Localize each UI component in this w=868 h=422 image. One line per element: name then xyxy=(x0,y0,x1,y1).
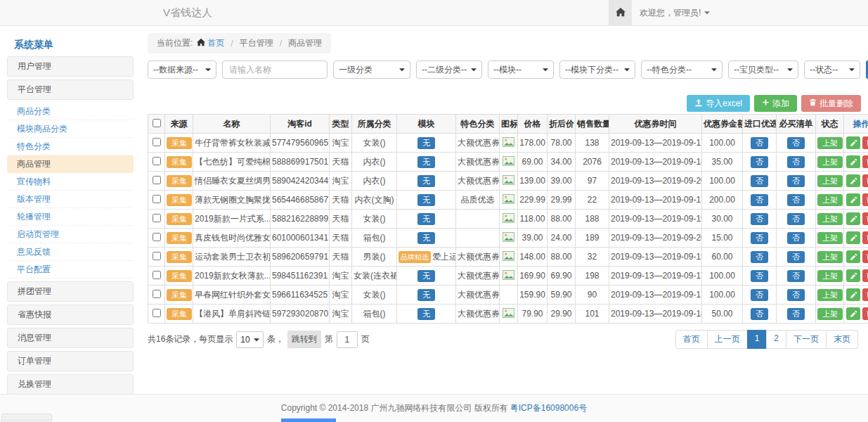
delete-button[interactable] xyxy=(862,136,868,149)
row-checkbox[interactable] xyxy=(153,195,161,203)
status-badge[interactable]: 上架 xyxy=(817,175,843,187)
edit-button[interactable] xyxy=(846,136,860,149)
import-select-toggle[interactable]: 否 xyxy=(751,175,768,187)
status-badge[interactable]: 上架 xyxy=(817,194,843,206)
import-select-toggle[interactable]: 否 xyxy=(751,251,768,263)
icp-link[interactable]: 粤ICP备16098006号 xyxy=(510,402,587,414)
must-buy-toggle[interactable]: 否 xyxy=(787,289,805,301)
sidebar-item-商品管理[interactable]: 商品管理 xyxy=(7,155,134,173)
status-select[interactable]: --状态-- xyxy=(804,60,860,79)
sidebar-item-平台管理[interactable]: 平台管理 xyxy=(7,79,134,100)
jump-button[interactable]: 跳转到 xyxy=(287,331,321,348)
edit-button[interactable] xyxy=(846,288,860,301)
edit-button[interactable] xyxy=(846,307,860,320)
must-buy-toggle[interactable]: 否 xyxy=(787,175,805,187)
must-buy-toggle[interactable]: 否 xyxy=(787,156,805,168)
sidebar-item-意见反馈[interactable]: 意见反馈 xyxy=(7,243,134,261)
select-all-checkbox[interactable] xyxy=(153,119,161,127)
import-select-toggle[interactable]: 否 xyxy=(751,156,768,168)
sidebar-item-平台配置[interactable]: 平台配置 xyxy=(7,261,134,279)
sidebar-item-省惠快报[interactable]: 省惠快报 xyxy=(7,305,134,325)
sidebar-item-商品分类[interactable]: 商品分类 xyxy=(7,103,134,120)
edit-button[interactable] xyxy=(846,174,860,187)
must-buy-toggle[interactable]: 否 xyxy=(787,270,805,282)
status-badge[interactable]: 上架 xyxy=(817,289,843,301)
import-select-toggle[interactable]: 否 xyxy=(751,232,768,244)
row-checkbox[interactable] xyxy=(153,176,161,184)
add-button[interactable]: 添加 xyxy=(754,95,797,112)
sidebar-item-拼团管理[interactable]: 拼团管理 xyxy=(7,281,134,302)
row-checkbox[interactable] xyxy=(153,157,161,165)
status-badge[interactable]: 上架 xyxy=(817,308,843,320)
page-button-首页[interactable]: 首页 xyxy=(675,330,708,349)
must-buy-toggle[interactable]: 否 xyxy=(787,251,805,263)
edit-button[interactable] xyxy=(846,155,860,168)
must-buy-toggle[interactable]: 否 xyxy=(787,232,805,244)
page-button-2[interactable]: 2 xyxy=(766,330,786,349)
data-source-select[interactable]: --数据来源-- xyxy=(148,60,216,79)
delete-button[interactable] xyxy=(862,193,868,206)
delete-button[interactable] xyxy=(862,212,868,225)
edit-button[interactable] xyxy=(846,269,860,282)
module-select[interactable]: --模块-- xyxy=(488,60,554,79)
must-buy-toggle[interactable]: 否 xyxy=(787,194,805,206)
import-select-toggle[interactable]: 否 xyxy=(751,308,768,320)
edit-button[interactable] xyxy=(846,212,860,225)
user-menu[interactable]: 欢迎您，管理员! xyxy=(640,0,710,25)
home-shortcut-button[interactable] xyxy=(609,0,632,25)
sidebar-item-模块商品分类[interactable]: 模块商品分类 xyxy=(7,120,134,138)
sidebar-item-启动页管理[interactable]: 启动页管理 xyxy=(7,226,134,243)
edit-button[interactable] xyxy=(846,193,860,206)
row-checkbox[interactable] xyxy=(153,138,161,146)
row-checkbox[interactable] xyxy=(153,290,161,298)
sidebar-item-用户管理[interactable]: 用户管理 xyxy=(7,56,134,77)
module-subcategory-select[interactable]: --模块下分类-- xyxy=(559,60,635,79)
level2-category-select[interactable]: --二级分类-- xyxy=(416,60,482,79)
status-badge[interactable]: 上架 xyxy=(817,270,843,282)
status-badge[interactable]: 上架 xyxy=(817,213,843,225)
row-checkbox[interactable] xyxy=(153,252,161,260)
page-button-下一页[interactable]: 下一页 xyxy=(786,330,827,349)
page-button-末页[interactable]: 末页 xyxy=(826,330,858,349)
import-excel-button[interactable]: 导入excel xyxy=(687,95,750,112)
delete-button[interactable] xyxy=(862,307,868,320)
status-badge[interactable]: 上架 xyxy=(817,137,843,149)
sidebar-item-兑换管理[interactable]: 兑换管理 xyxy=(7,374,134,395)
import-select-toggle[interactable]: 否 xyxy=(751,270,768,282)
must-buy-toggle[interactable]: 否 xyxy=(787,137,805,149)
import-select-toggle[interactable]: 否 xyxy=(751,289,768,301)
delete-button[interactable] xyxy=(862,250,868,263)
feature-category-select[interactable]: --特色分类-- xyxy=(641,60,723,79)
row-checkbox[interactable] xyxy=(153,214,161,222)
import-select-toggle[interactable]: 否 xyxy=(751,194,768,206)
import-select-toggle[interactable]: 否 xyxy=(751,137,768,149)
row-checkbox[interactable] xyxy=(153,309,161,317)
page-button-1[interactable]: 1 xyxy=(747,330,767,349)
name-search-input[interactable] xyxy=(222,60,328,79)
status-badge[interactable]: 上架 xyxy=(817,232,843,244)
status-badge[interactable]: 上架 xyxy=(817,156,843,168)
row-checkbox[interactable] xyxy=(153,233,161,241)
sidebar-item-订单管理[interactable]: 订单管理 xyxy=(7,351,134,371)
item-type-select[interactable]: --宝贝类型-- xyxy=(728,60,798,79)
page-button-上一页[interactable]: 上一页 xyxy=(707,330,748,349)
must-buy-toggle[interactable]: 否 xyxy=(787,308,805,320)
sidebar-item-宣传物料[interactable]: 宣传物料 xyxy=(7,173,134,191)
sidebar-item-轮播管理[interactable]: 轮播管理 xyxy=(7,208,134,226)
per-page-select[interactable]: 10 xyxy=(236,331,263,348)
delete-button[interactable] xyxy=(862,174,868,187)
level1-category-select[interactable]: 一级分类 xyxy=(333,60,410,79)
must-buy-toggle[interactable]: 否 xyxy=(787,213,805,225)
row-checkbox[interactable] xyxy=(153,271,161,279)
delete-button[interactable] xyxy=(862,288,868,301)
delete-button[interactable] xyxy=(862,231,868,244)
sidebar-item-消息管理[interactable]: 消息管理 xyxy=(7,328,134,348)
batch-delete-button[interactable]: 批量删除 xyxy=(801,95,861,112)
sidebar-item-特色分类[interactable]: 特色分类 xyxy=(7,138,134,155)
delete-button[interactable] xyxy=(862,155,868,168)
sidebar-item-版本管理[interactable]: 版本管理 xyxy=(7,191,134,208)
page-number-input[interactable] xyxy=(337,331,358,348)
delete-button[interactable] xyxy=(862,269,868,282)
status-badge[interactable]: 上架 xyxy=(817,251,843,263)
edit-button[interactable] xyxy=(846,231,860,244)
